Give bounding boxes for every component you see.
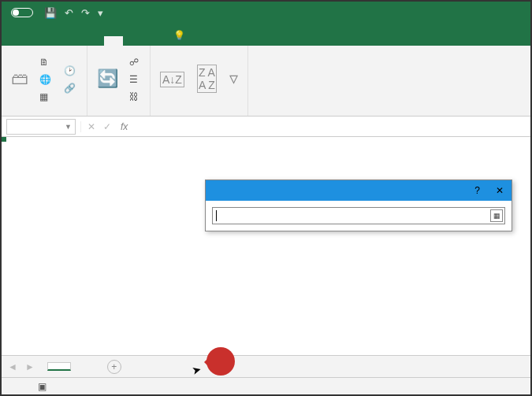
spreadsheet-grid[interactable]: ? ✕ ▦ — [2, 137, 530, 355]
group-label — [94, 109, 143, 113]
refresh-icon: 🔄 — [97, 68, 118, 89]
sheet-nav: ◄ ► — [8, 361, 35, 372]
data-validation-dialog[interactable]: ? ✕ ▦ — [205, 179, 512, 231]
text-cursor — [216, 210, 217, 221]
tab-data[interactable] — [104, 36, 123, 46]
lightbulb-icon: 💡 — [173, 30, 185, 41]
source-range-input[interactable]: ▦ — [212, 207, 505, 224]
sort-button[interactable]: Z AA Z — [194, 63, 220, 96]
recent-sources-button[interactable]: 🕑 — [62, 64, 80, 78]
existing-connections-button[interactable]: 🔗 — [62, 81, 80, 95]
qat-more-icon[interactable]: ▾ — [98, 7, 103, 19]
fill-handle[interactable] — [2, 137, 6, 142]
sheet-tab-bar: ◄ ► + — [2, 355, 530, 377]
dialog-titlebar[interactable]: ? ✕ — [206, 180, 512, 201]
add-sheet-button[interactable]: + — [107, 360, 121, 374]
filter-button[interactable]: ▿ — [226, 67, 241, 92]
edit-links-button[interactable]: ⛓ — [128, 90, 143, 104]
sort-asc-button[interactable]: A↓Z — [157, 70, 188, 89]
autosave-toggle[interactable] — [6, 8, 33, 17]
range-picker-icon[interactable]: ▦ — [490, 209, 503, 222]
database-icon: 🗃 — [11, 68, 28, 89]
link-icon: 🔗 — [64, 83, 76, 94]
connections-icon: ☍ — [129, 57, 139, 68]
ribbon-group-queries: 🔄 ☍ ☰ ⛓ — [87, 46, 151, 116]
tell-me-search[interactable]: 💡 — [173, 30, 190, 46]
ribbon: 🗃 🗎 🌐 ▦ 🕑 🔗 🔄 ☍ ☰ ⛓ — [2, 46, 530, 117]
globe-icon: 🌐 — [39, 74, 51, 85]
tab-file[interactable] — [9, 36, 28, 46]
help-icon[interactable]: ? — [474, 185, 480, 196]
from-text-csv-button[interactable]: 🗎 — [38, 55, 56, 69]
undo-icon[interactable]: ↶ — [65, 7, 73, 19]
formula-buttons: ✕ ✓ fx — [80, 121, 134, 132]
close-icon[interactable]: ✕ — [496, 185, 504, 196]
table-icon: ▦ — [39, 91, 48, 102]
sort-icon: Z AA Z — [197, 65, 217, 93]
save-icon[interactable]: 💾 — [44, 7, 57, 19]
group-label — [8, 109, 80, 113]
next-sheet-icon[interactable]: ► — [25, 361, 35, 372]
sheet-tab-1[interactable] — [47, 362, 71, 371]
name-box[interactable]: ▼ — [6, 119, 76, 135]
tab-formulas[interactable] — [85, 36, 104, 46]
get-data-button[interactable]: 🗃 — [8, 67, 32, 92]
fx-icon[interactable]: fx — [121, 121, 128, 132]
properties-button[interactable]: ☰ — [128, 72, 143, 87]
group-label — [157, 109, 241, 113]
refresh-all-button[interactable]: 🔄 — [94, 67, 121, 92]
selection-border — [2, 137, 5, 140]
from-web-button[interactable]: 🌐 — [38, 72, 56, 87]
tab-view[interactable] — [142, 36, 161, 46]
tab-review[interactable] — [123, 36, 142, 46]
properties-icon: ☰ — [129, 74, 138, 85]
status-bar: ▣ — [2, 377, 530, 394]
tab-insert[interactable] — [47, 36, 66, 46]
tab-page-layout[interactable] — [66, 36, 85, 46]
toggle-off-icon[interactable] — [11, 8, 33, 17]
ribbon-group-sort-filter: A↓Z Z AA Z ▿ — [151, 46, 248, 116]
edit-links-icon: ⛓ — [129, 91, 139, 102]
formula-bar: ▼ ✕ ✓ fx — [2, 117, 530, 137]
queries-button[interactable]: ☍ — [128, 55, 143, 69]
title-bar: 💾 ↶ ↷ ▾ — [2, 2, 530, 24]
tab-home[interactable] — [28, 36, 47, 46]
quick-access-toolbar: 💾 ↶ ↷ ▾ — [44, 7, 103, 19]
recent-icon: 🕑 — [64, 65, 76, 76]
filter-icon: ▿ — [229, 68, 238, 89]
chevron-down-icon[interactable]: ▼ — [65, 123, 72, 131]
file-icon: 🗎 — [39, 57, 49, 68]
sheet-tab-2[interactable] — [73, 363, 96, 370]
from-table-button[interactable]: ▦ — [38, 90, 56, 104]
ribbon-group-get-data: 🗃 🗎 🌐 ▦ 🕑 🔗 — [2, 46, 87, 116]
cancel-icon[interactable]: ✕ — [87, 121, 95, 132]
prev-sheet-icon[interactable]: ◄ — [8, 361, 17, 372]
step-callout — [206, 347, 235, 376]
enter-icon[interactable]: ✓ — [103, 121, 111, 132]
macro-icon[interactable]: ▣ — [38, 381, 47, 392]
redo-icon[interactable]: ↷ — [81, 7, 90, 19]
ribbon-tabs: 💡 — [2, 24, 530, 46]
sort-az-icon: A↓Z — [160, 72, 184, 87]
